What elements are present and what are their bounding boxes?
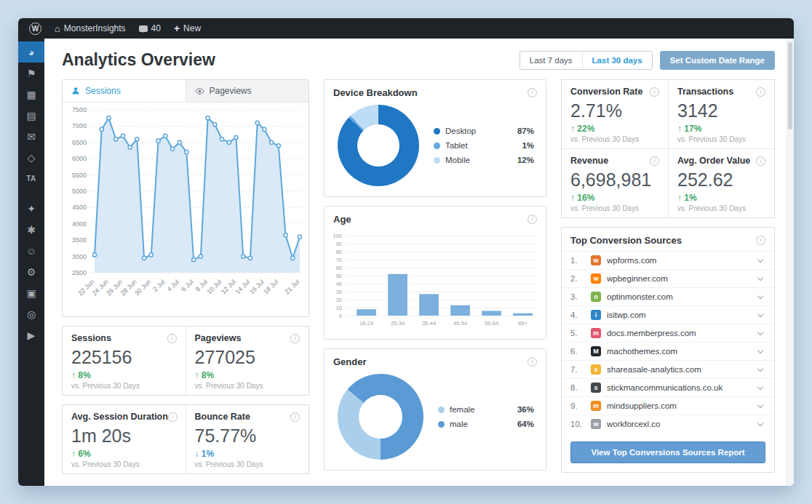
- sessions-chart-card: Sessions Pageviews 250030003500400045005…: [62, 79, 309, 317]
- pin-icon[interactable]: ⚑: [18, 63, 44, 84]
- info-icon[interactable]: [650, 156, 659, 166]
- chevron-down-icon[interactable]: [757, 402, 763, 408]
- info-icon[interactable]: [528, 215, 537, 224]
- metric-avg-session-duration: Avg. Session Duration 1m 20s ↑ 6% vs. Pr…: [63, 405, 186, 473]
- card-title: Gender: [333, 356, 367, 367]
- admin-sidebar: ◕⚑▦▤✉◇TA✦✱☺⚙▣◎▶: [18, 39, 44, 486]
- conversion-source-row[interactable]: 5.mdocs.memberpress.com: [562, 324, 774, 342]
- media-play-icon[interactable]: ▶: [18, 324, 44, 345]
- info-icon[interactable]: [650, 87, 659, 97]
- shield-icon[interactable]: ◇: [18, 147, 44, 168]
- conversion-source-row[interactable]: 10.wworkforcexl.co: [562, 415, 774, 433]
- legend-row: Mobile 12%: [434, 156, 534, 164]
- source-domain: mindsuppliers.com: [607, 401, 752, 410]
- media-icon[interactable]: ▦: [18, 84, 44, 105]
- site-menu[interactable]: MonsterInsights: [48, 18, 132, 39]
- legend-dot: [434, 143, 440, 149]
- wrench-icon[interactable]: ⚙: [18, 261, 44, 282]
- info-icon[interactable]: [756, 236, 765, 245]
- gender-card: Gender female 36%: [324, 348, 546, 471]
- users-icon[interactable]: ☺: [18, 240, 44, 261]
- metric-comparison: vs. Previous 30 Days: [71, 460, 177, 468]
- metric-value: 6,698,981: [570, 169, 659, 191]
- chevron-down-icon[interactable]: [757, 311, 763, 317]
- info-icon[interactable]: [168, 412, 178, 422]
- chevron-down-icon[interactable]: [757, 420, 763, 426]
- comments-icon[interactable]: ✉: [18, 126, 44, 147]
- set-custom-date-range-button[interactable]: Set Custom Date Range: [660, 51, 775, 70]
- info-icon[interactable]: [528, 88, 537, 97]
- conversion-source-row[interactable]: 3.ooptinmonster.com: [562, 287, 774, 305]
- chart-tabbar: Sessions Pageviews: [63, 80, 309, 103]
- svg-text:2 Jul: 2 Jul: [151, 278, 167, 293]
- info-icon[interactable]: [290, 412, 300, 422]
- info-icon[interactable]: [756, 156, 765, 166]
- conversion-source-row[interactable]: 2.wwpbeginner.com: [562, 269, 774, 287]
- conversion-source-row[interactable]: 6.Mmachothemes.com: [562, 342, 774, 360]
- tab-pageviews[interactable]: Pageviews: [186, 80, 309, 102]
- accessibility-icon[interactable]: ◎: [18, 303, 44, 324]
- column-demographics: Device Breakdown Desktop 87%: [324, 79, 546, 474]
- svg-text:5500: 5500: [72, 172, 87, 179]
- info-icon[interactable]: [528, 357, 537, 367]
- metric-pageviews: Pageviews 277025 ↑ 8% vs. Previous 30 Da…: [186, 327, 309, 395]
- chevron-down-icon[interactable]: [757, 384, 763, 390]
- svg-text:70: 70: [336, 257, 342, 263]
- view-top-conversions-report-button[interactable]: View Top Conversions Sources Report: [570, 441, 765, 463]
- chevron-down-icon[interactable]: [757, 257, 763, 263]
- source-domain: stickmancommunications.co.uk: [607, 383, 752, 392]
- metric-label: Avg. Order Value: [677, 156, 750, 166]
- metric-label: Conversion Rate: [570, 87, 642, 97]
- conversion-source-row[interactable]: 4.iisitwp.com: [562, 305, 774, 324]
- svg-text:16 Jul: 16 Jul: [248, 278, 266, 295]
- pages-icon[interactable]: ▤: [18, 105, 44, 126]
- last-7-days-button[interactable]: Last 7 days: [520, 52, 582, 69]
- metric-comparison: vs. Previous 30 Days: [570, 204, 659, 212]
- monsterinsights-analytics-icon[interactable]: ◕: [18, 41, 44, 63]
- source-rank: 7.: [570, 365, 585, 374]
- conversion-source-row[interactable]: 7.sshareasale-analytics.com: [562, 360, 774, 378]
- scrollbar[interactable]: [787, 39, 794, 486]
- svg-text:60: 60: [336, 265, 342, 271]
- source-rank: 9.: [570, 401, 585, 410]
- chevron-down-icon[interactable]: [757, 275, 763, 281]
- wordpress-logo-icon: [29, 23, 41, 35]
- info-icon[interactable]: [167, 334, 177, 343]
- svg-text:10 Jul: 10 Jul: [205, 278, 223, 295]
- legend-value: 36%: [517, 405, 534, 414]
- info-icon[interactable]: [290, 334, 300, 343]
- chevron-down-icon[interactable]: [757, 329, 763, 335]
- info-icon[interactable]: [756, 87, 765, 97]
- scrollbar-thumb[interactable]: [788, 42, 792, 129]
- conversion-source-row[interactable]: 9.mmindsuppliers.com: [562, 396, 774, 415]
- svg-text:7500: 7500: [72, 106, 87, 113]
- wordpress-menu[interactable]: [23, 18, 48, 39]
- source-domain: shareasale-analytics.com: [607, 365, 752, 374]
- chevron-down-icon[interactable]: [757, 293, 763, 299]
- ta-plugin-icon[interactable]: TA: [18, 168, 44, 189]
- new-label: New: [183, 23, 201, 33]
- conversion-source-row[interactable]: 1.wwpforms.com: [562, 251, 774, 269]
- conversion-source-row[interactable]: 8.sstickmancommunications.co.uk: [562, 378, 774, 396]
- reports-icon[interactable]: ▣: [18, 282, 44, 303]
- conversion-sources-list: 1.wwpforms.com2.wwpbeginner.com3.ooptinm…: [562, 251, 774, 433]
- admin-bar-new[interactable]: New: [167, 18, 207, 39]
- svg-text:14 Jul: 14 Jul: [234, 278, 251, 295]
- last-30-days-button[interactable]: Last 30 days: [582, 52, 652, 69]
- metric-label: Transactions: [677, 87, 733, 97]
- source-rank: 10.: [570, 420, 585, 428]
- card-title: Device Breakdown: [333, 87, 418, 98]
- sessions-line-chart: 2500300035004000450050005500600065007000…: [63, 104, 306, 316]
- date-range-toggle: Last 7 days Last 30 days: [520, 51, 653, 70]
- metric-row-1: Sessions 225156 ↑ 8% vs. Previous 30 Day…: [62, 326, 309, 396]
- chevron-down-icon[interactable]: [757, 348, 763, 353]
- legend-value: 87%: [517, 127, 534, 135]
- metric-change: ↑ 17%: [677, 124, 765, 134]
- chevron-down-icon[interactable]: [757, 366, 763, 372]
- tools-icon[interactable]: ✦: [18, 198, 44, 219]
- tab-sessions[interactable]: Sessions: [63, 80, 186, 102]
- metric-change: ↑ 16%: [570, 193, 659, 203]
- metric-value: 277025: [195, 347, 300, 368]
- admin-bar-comments[interactable]: 40: [132, 18, 167, 39]
- plugins-icon[interactable]: ✱: [18, 219, 44, 240]
